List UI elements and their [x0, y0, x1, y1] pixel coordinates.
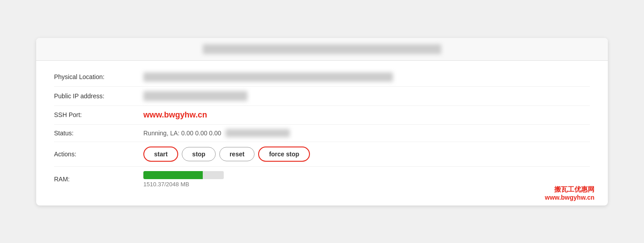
actions-label: Actions: — [54, 151, 143, 158]
stop-button[interactable]: stop — [182, 147, 216, 161]
physical-location-row: Physical Location: █████████████████████… — [54, 68, 590, 87]
force-stop-button[interactable]: force stop — [258, 147, 310, 162]
status-value: Running, LA: 0.00 0.00 0.00 ████ ████ — [143, 129, 590, 137]
header-blurred-text: ████████ ████████████████████████ ████ — [203, 44, 442, 54]
ram-display-label: 1510.37/2048 MB — [143, 181, 590, 188]
watermark-line2: www.bwgyhw.cn — [545, 194, 594, 201]
server-info-card: ████████ ████████████████████████ ████ P… — [36, 38, 608, 205]
ssh-port-row: SSH Port: www.bwgyhw.cn — [54, 106, 590, 125]
ram-row: RAM: 1510.37/2048 MB — [54, 167, 590, 192]
ram-bar-container: 1510.37/2048 MB — [143, 171, 590, 188]
start-button[interactable]: start — [143, 147, 178, 162]
public-ip-blurred: ██████████ — [143, 91, 247, 101]
info-table: Physical Location: █████████████████████… — [36, 68, 608, 192]
physical-location-label: Physical Location: — [54, 73, 143, 80]
public-ip-row: Public IP address: ██████████ — [54, 87, 590, 106]
ssh-port-value: www.bwgyhw.cn — [143, 110, 590, 120]
actions-value: start stop reset force stop — [143, 147, 590, 162]
physical-location-value: ██████████████████████████████ — [143, 72, 590, 82]
status-blurred: ████ ████ — [226, 129, 289, 137]
public-ip-value: ██████████ — [143, 91, 590, 101]
physical-location-blurred: ██████████████████████████████ — [143, 72, 393, 82]
status-text: Running, LA: 0.00 0.00 0.00 — [143, 130, 221, 137]
ram-label: RAM: — [54, 176, 143, 183]
ssh-port-label: SSH Port: — [54, 111, 143, 118]
actions-container: start stop reset force stop — [143, 147, 590, 162]
ssh-port-display: www.bwgyhw.cn — [143, 110, 207, 119]
ram-bar-track — [143, 171, 224, 179]
status-row: Status: Running, LA: 0.00 0.00 0.00 ████… — [54, 125, 590, 142]
ram-value: 1510.37/2048 MB — [143, 171, 590, 188]
actions-row: Actions: start stop reset force stop — [54, 142, 590, 167]
ram-bar-fill — [143, 171, 203, 179]
reset-button[interactable]: reset — [219, 147, 255, 161]
status-label: Status: — [54, 130, 143, 137]
card-header: ████████ ████████████████████████ ████ — [36, 38, 608, 61]
public-ip-label: Public IP address: — [54, 92, 143, 100]
